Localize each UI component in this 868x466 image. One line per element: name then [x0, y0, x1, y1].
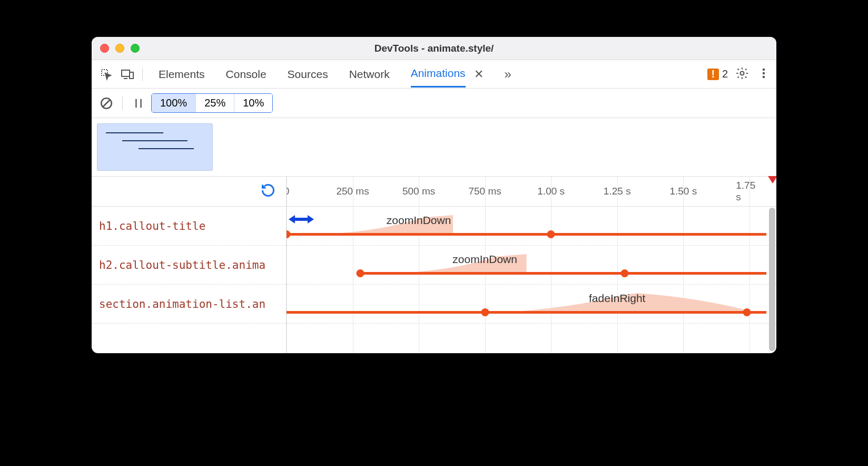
timeline-row-label[interactable]: section.animation-list.an	[92, 285, 286, 324]
animation-bar[interactable]	[360, 272, 767, 275]
panel-tabs: Elements Console Sources Network Animati…	[159, 61, 705, 88]
scrollbar-thumb[interactable]	[769, 208, 775, 351]
time-tick: 750 ms	[468, 186, 501, 197]
tab-sources[interactable]: Sources	[288, 62, 328, 87]
animation-name-label: fadeInRight	[589, 292, 645, 305]
thumbnail-line	[139, 148, 194, 149]
main-tab-bar: Elements Console Sources Network Animati…	[92, 60, 776, 89]
inspect-element-icon[interactable]	[97, 65, 116, 84]
time-tick: 500 ms	[402, 186, 435, 197]
timeline-row-label[interactable]: h1.callout-title	[92, 207, 286, 246]
time-tick: 1.50 s	[669, 186, 697, 197]
timeline-header-left	[92, 176, 286, 207]
time-tick: 0	[287, 186, 289, 197]
pause-icon[interactable]	[129, 94, 148, 113]
time-tick: 250 ms	[336, 186, 369, 197]
svg-point-4	[741, 71, 744, 75]
vertical-scrollbar[interactable]	[769, 208, 775, 351]
keyframe-node[interactable]	[743, 308, 751, 316]
timeline-row[interactable]: fadeInRight	[287, 285, 776, 324]
warning-icon: !	[707, 69, 719, 80]
animation-group-thumbnail[interactable]	[97, 123, 213, 171]
animation-bar[interactable]	[287, 311, 766, 314]
time-tick: 1.00 s	[537, 186, 565, 197]
timeline-row[interactable]: zoomInDown	[287, 207, 776, 246]
tab-console[interactable]: Console	[226, 62, 267, 87]
thumbnail-line	[106, 132, 163, 133]
playback-speed-group: 100% 25% 10%	[151, 93, 273, 113]
speed-10[interactable]: 10%	[234, 94, 272, 112]
animation-bar[interactable]	[287, 233, 766, 236]
keyframe-node[interactable]	[481, 308, 489, 316]
window-close-button[interactable]	[100, 44, 109, 53]
svg-point-7	[763, 75, 765, 78]
svg-line-9	[103, 99, 110, 106]
keyframe-node[interactable]	[287, 230, 291, 238]
timeline-ruler[interactable]: 0250 ms500 ms750 ms1.00 s1.25 s1.50 s1.7…	[287, 176, 776, 207]
svg-rect-3	[130, 72, 133, 79]
thumbnail-line	[122, 140, 188, 141]
scrub-handle-icon[interactable]	[289, 213, 314, 228]
more-tabs-icon[interactable]: »	[505, 67, 511, 82]
timeline-left-column: h1.callout-title h2.callout-subtitle.ani…	[92, 176, 287, 353]
speed-100[interactable]: 100%	[152, 94, 196, 112]
more-options-icon[interactable]	[762, 67, 766, 82]
timeline-row[interactable]: zoomInDown	[287, 246, 776, 285]
replay-icon[interactable]	[261, 183, 275, 200]
device-toggle-icon[interactable]	[118, 65, 137, 84]
animations-timeline: h1.callout-title h2.callout-subtitle.ani…	[92, 176, 776, 353]
close-tab-icon[interactable]: ✕	[474, 67, 484, 81]
settings-icon[interactable]	[735, 66, 749, 82]
animation-group-list	[92, 118, 776, 176]
playhead-marker-icon[interactable]	[768, 176, 776, 183]
tab-elements[interactable]: Elements	[159, 62, 205, 87]
timeline-row-label[interactable]: h2.callout-subtitle.anima	[92, 246, 286, 285]
time-tick: 1.25 s	[604, 186, 631, 197]
window-maximize-button[interactable]	[131, 44, 140, 53]
clear-icon[interactable]	[97, 94, 116, 113]
divider	[122, 96, 123, 110]
titlebar: DevTools - animate.style/	[92, 37, 776, 60]
keyframe-node[interactable]	[547, 230, 555, 238]
svg-rect-1	[122, 70, 130, 76]
keyframe-node[interactable]	[620, 269, 628, 277]
devtools-window: DevTools - animate.style/ Elements Conso…	[92, 37, 776, 353]
svg-point-6	[763, 72, 765, 74]
animation-name-label: zoomInDown	[452, 253, 517, 266]
tab-animations[interactable]: Animations	[411, 61, 466, 88]
window-title: DevTools - animate.style/	[92, 43, 776, 54]
divider	[142, 67, 143, 81]
animations-toolbar: 100% 25% 10%	[92, 89, 776, 118]
keyframe-node[interactable]	[356, 269, 364, 277]
tab-network[interactable]: Network	[349, 62, 390, 87]
warnings-count: 2	[722, 68, 728, 80]
time-tick: 1.75 s	[736, 180, 763, 203]
timeline-right-column: 0250 ms500 ms750 ms1.00 s1.25 s1.50 s1.7…	[287, 176, 776, 353]
animation-name-label: zoomInDown	[387, 214, 451, 227]
warnings-indicator[interactable]: ! 2	[707, 68, 728, 80]
traffic-lights	[100, 44, 140, 53]
window-minimize-button[interactable]	[115, 44, 124, 53]
svg-point-5	[763, 68, 765, 71]
speed-25[interactable]: 25%	[196, 94, 234, 112]
